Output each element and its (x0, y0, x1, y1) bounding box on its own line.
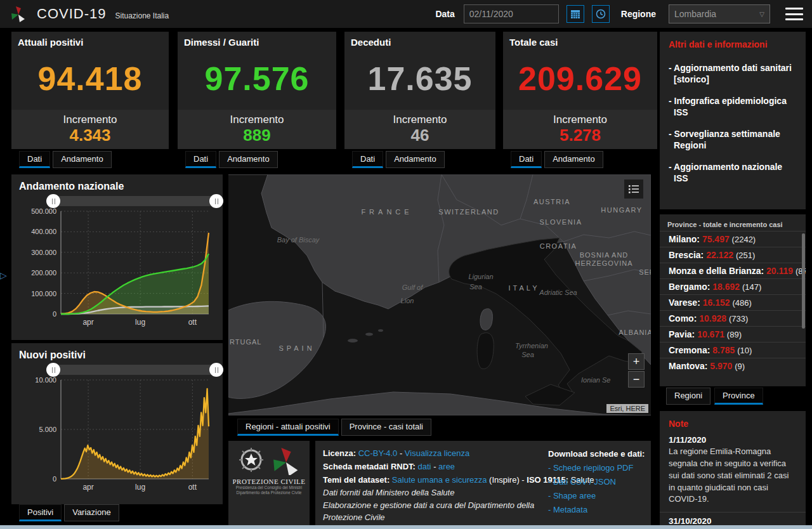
altri-dati-link-aggiornamento-nazionale-iss[interactable]: - Aggiornamento nazionale ISS (660, 162, 806, 184)
province-total: 16.152 (703, 297, 733, 308)
download-link-schede-riepilogo-pdf[interactable]: Schede riepilogo PDF (553, 463, 633, 473)
card-value: 17.635 (344, 48, 495, 110)
layers-button[interactable] (624, 180, 643, 199)
download-link-dati-csv-json[interactable]: Dati CSV / JSON (553, 477, 616, 487)
legend-list-icon (628, 183, 639, 195)
map-sea-label-bay-of-biscay: Bay of Biscay (277, 236, 320, 244)
map-tabs: Regioni - attuali positiviProvince - cas… (237, 419, 431, 436)
card-increment-value: 5.278 (503, 126, 657, 145)
svg-text:500.000: 500.000 (31, 207, 56, 215)
map-sea-label-lion: Lion (401, 297, 414, 304)
province-row-brescia[interactable]: Brescia: 22.122 (251) (660, 247, 806, 263)
tab-positivi[interactable]: Positivi (19, 504, 62, 521)
zoom-in-button[interactable]: + (628, 353, 645, 370)
dati-link[interactable]: dati (418, 462, 431, 471)
map-canvas[interactable]: FRANCESWITZERLANDAUSTRIAHUNGARYSLOVENIAC… (228, 174, 651, 415)
province-row-monza-e-della-brianza[interactable]: Monza e della Brianza: 20.119 (879) (660, 263, 806, 278)
altri-dati-panel: Altri dati e informazioni - Aggiornament… (660, 32, 806, 209)
province-row-bergamo[interactable]: Bergamo: 18.692 (147) (660, 278, 806, 294)
card-tabs-2: DatiAndamento (185, 151, 278, 168)
svg-text:100.000: 100.000 (31, 290, 56, 297)
logo-title: PROTEZIONE CIVILE (232, 478, 305, 485)
tab-variazione[interactable]: Variazione (64, 504, 119, 521)
download-link-shape-aree[interactable]: Shape aree (553, 491, 596, 500)
note-date: 1/11/2020 (669, 435, 797, 445)
slider-handle-left[interactable] (46, 194, 60, 208)
calendar-button[interactable] (566, 5, 584, 23)
map-sea-label-sea: Sea (521, 351, 534, 358)
menu-button[interactable] (785, 8, 803, 20)
region-select[interactable]: Lombardia ▽ (669, 4, 770, 23)
date-input[interactable]: 02/11/2020 (464, 4, 559, 23)
salute-link[interactable]: Salute umana e sicurezza (392, 475, 487, 485)
basemap: FRANCESWITZERLANDAUSTRIAHUNGARYSLOVENIAC… (228, 174, 651, 415)
map-tab-province-casi-totali[interactable]: Province - casi totali (341, 419, 431, 436)
province-row-mantova[interactable]: Mantova: 5.970 (9) (660, 358, 806, 374)
tab-province[interactable]: Province (714, 388, 763, 405)
svg-text:200.000: 200.000 (31, 269, 56, 277)
download-title: Download schede e dati: (548, 447, 648, 461)
province-row-cremona[interactable]: Cremona: 8.785 (10) (660, 342, 806, 358)
tab-regioni[interactable]: Regioni (666, 388, 710, 405)
card-increment-value: 46 (344, 126, 495, 145)
nuovi-chart-title: Nuovi positivi (11, 343, 223, 362)
altri-dati-link-infografica-epidemiologica-iss[interactable]: - Infografica epidemiologica ISS (660, 96, 806, 118)
tab-andamento[interactable]: Andamento (53, 151, 112, 168)
card-increment-value: 4.343 (11, 126, 169, 145)
province-row-como[interactable]: Como: 10.928 (733) (660, 310, 806, 326)
zoom-out-button[interactable]: − (628, 371, 645, 388)
license-link[interactable]: CC-BY-4.0 (358, 448, 398, 458)
tab-andamento[interactable]: Andamento (219, 151, 278, 168)
svg-text:5.000: 5.000 (39, 426, 56, 433)
map-label-ser: SER (639, 268, 651, 276)
covid-dashboard: { "header": { "title": "COVID-19", "subt… (0, 0, 812, 529)
tab-andamento[interactable]: Andamento (386, 151, 445, 168)
download-link-metadata[interactable]: Metadata (553, 505, 587, 514)
altri-dati-link-aggiornamento-dati-sanitari-storico[interactable]: - Aggiornamento dati sanitari [storico] (660, 63, 806, 85)
province-row-milano[interactable]: Milano: 75.497 (2242) (660, 231, 806, 247)
slider-handle-right[interactable] (209, 194, 223, 208)
svg-text:lug: lug (135, 483, 145, 492)
province-scrollbar[interactable] (802, 233, 805, 329)
view-license-link[interactable]: Visualizza licenza (405, 448, 469, 458)
andamento-nazionale-chart[interactable]: 0100.000200.000300.000400.000500.000aprl… (19, 206, 215, 330)
province-total: 18.692 (712, 282, 742, 292)
svg-text:lug: lug (135, 318, 145, 327)
card-value: 97.576 (178, 48, 336, 110)
andamento-chart-title: Andamento nazionale (11, 174, 223, 193)
bottom-scrollbar-track[interactable] (0, 525, 812, 529)
province-row-pavia[interactable]: Pavia: 10.671 (89) (660, 326, 806, 342)
left-panel-expander[interactable]: ▷ (0, 270, 9, 283)
province-name: Monza e della Brianza: (669, 266, 766, 276)
map-label-bosnia-and: BOSNIA AND (580, 251, 629, 259)
logo-subtitle-1: Presidenza del Consiglio dei Ministri (236, 485, 302, 490)
card-tabs-1: DatiAndamento (19, 151, 112, 168)
aree-link[interactable]: aree (438, 462, 455, 471)
nuovi-positivi-chart[interactable]: 05.00010.000aprlugott (19, 375, 215, 495)
map-label-italy: ITALY (509, 284, 540, 292)
province-increment: (10) (737, 346, 752, 355)
tab-andamento[interactable]: Andamento (544, 151, 603, 168)
tab-dati[interactable]: Dati (185, 151, 216, 168)
region-label: Regione (621, 9, 656, 19)
altri-dati-link-sorveglianza-settimanale-regioni[interactable]: - Sorveglianza settimanale Regioni (660, 129, 806, 151)
temi-label: Temi del dataset: (323, 475, 390, 485)
svg-text:0: 0 (53, 475, 56, 483)
time-button[interactable] (592, 5, 610, 23)
nuovi-range-slider[interactable] (53, 365, 216, 375)
slider-handle-left[interactable] (46, 363, 60, 377)
region-selected-value: Lombardia (674, 9, 716, 19)
nuovi-chart-tabs: Positivi Variazione (19, 504, 119, 521)
map-tab-regioni-attuali-positivi[interactable]: Regioni - attuali positivi (237, 419, 339, 436)
province-row-varese[interactable]: Varese: 16.152 (486) (660, 294, 806, 310)
province-increment: (9) (735, 362, 745, 371)
tab-dati[interactable]: Dati (352, 151, 383, 168)
tab-dati[interactable]: Dati (511, 151, 542, 168)
slider-handle-right[interactable] (209, 363, 223, 377)
tab-dati[interactable]: Dati (19, 151, 50, 168)
elaborazione-line: Elaborazione e gestione dati a cura del … (323, 500, 551, 524)
card-increment-section: Incremento889 (178, 110, 336, 149)
province-increment: (89) (727, 330, 742, 339)
andamento-range-slider[interactable] (53, 196, 216, 206)
map-label-spain: SPAIN (278, 344, 315, 352)
